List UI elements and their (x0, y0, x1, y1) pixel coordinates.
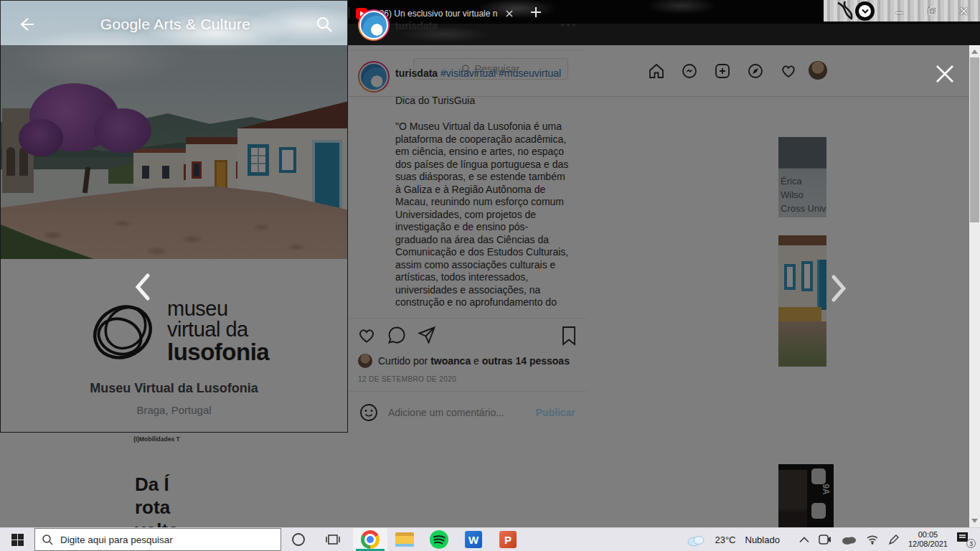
window-maximize-button[interactable] (915, 0, 947, 22)
task-view-button[interactable] (316, 528, 350, 551)
post-author-username[interactable]: turisdata (395, 20, 438, 32)
post-options-icon[interactable] (560, 23, 576, 27)
tray-date: 12/08/2021 (908, 540, 948, 549)
chrome-icon (361, 530, 380, 549)
weather-cloud-icon[interactable] (687, 532, 705, 547)
taskbar-chrome[interactable] (353, 528, 387, 551)
taskbar-search-input[interactable] (59, 534, 273, 546)
taskbar-word[interactable]: W (456, 528, 491, 551)
gac-search-icon[interactable] (316, 16, 333, 33)
notification-center-icon[interactable]: 3 (957, 532, 974, 547)
post-header: turisdata (348, 0, 587, 51)
cortana-button[interactable] (281, 528, 316, 551)
modal-close-icon[interactable] (933, 62, 956, 85)
gac-title: Google Arts & Culture (35, 16, 316, 33)
post-author-avatar[interactable] (358, 9, 390, 41)
wifi-icon[interactable] (866, 534, 879, 545)
taskbar-search[interactable] (34, 528, 281, 551)
scrollbar-up-arrow[interactable] (969, 47, 980, 58)
tray-clock[interactable]: 00:05 12/08/2021 (908, 530, 948, 549)
spotify-icon (430, 530, 448, 549)
taskbar-explorer[interactable] (387, 528, 422, 551)
scrollbar-down-arrow[interactable] (969, 514, 980, 526)
weather-temp[interactable]: 23°C (715, 534, 735, 545)
tray-time: 00:05 (908, 530, 948, 540)
system-tray: 23°C Nublado 00:05 12/08/2021 3 (687, 528, 980, 551)
meet-now-icon[interactable] (819, 534, 831, 545)
word-icon: W (465, 531, 482, 548)
start-button[interactable] (0, 528, 34, 551)
taskbar-spotify[interactable] (422, 528, 456, 551)
search-icon (42, 534, 53, 545)
screen: Novo TurisGuia — Turisdata-RJ TurisData:… (0, 0, 980, 551)
pen-icon[interactable] (888, 534, 899, 545)
weather-desc[interactable]: Nublado (745, 534, 780, 545)
taskbar-powerpoint[interactable]: P (491, 528, 525, 551)
powerpoint-icon: P (499, 531, 517, 548)
window-close-button[interactable] (947, 0, 980, 22)
explorer-icon (395, 532, 414, 547)
tray-chevron-icon[interactable] (799, 537, 809, 543)
windows-taskbar: W P 23°C Nublado 00:05 12/08/2021 3 (0, 527, 980, 551)
notification-badge: 3 (966, 539, 976, 548)
window-minimize-button[interactable] (884, 0, 915, 22)
scrollbar-thumb[interactable] (970, 57, 979, 222)
previous-post-arrow[interactable] (132, 273, 152, 301)
onedrive-icon[interactable] (841, 534, 857, 545)
gac-header: Google Arts & Culture (1, 1, 348, 48)
back-arrow-icon[interactable] (17, 17, 35, 32)
media-controls-button[interactable] (855, 1, 875, 21)
next-post-arrow[interactable] (829, 274, 849, 303)
